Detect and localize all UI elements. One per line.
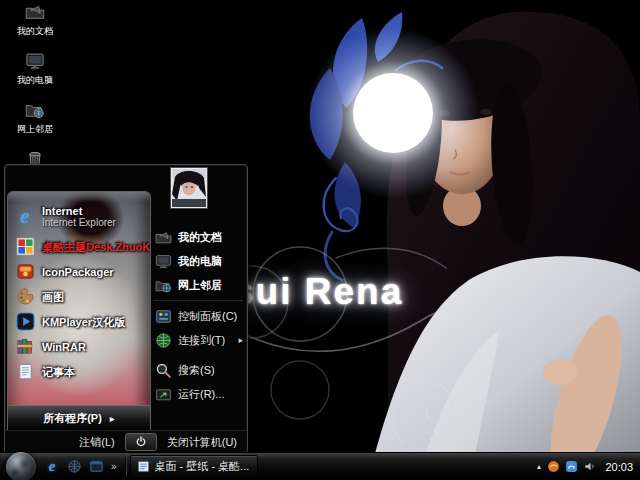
menu-item-notepad[interactable]: 记事本 [8,359,150,384]
wallpaper-title: sui Rena [233,271,403,313]
start-menu: e Internet Internet Explorer 桌酷主题Desk.Zh… [4,164,248,454]
winrar-icon [14,336,36,358]
search-icon [155,362,172,379]
tray-fox-icon[interactable] [547,460,560,473]
connect-to-icon [155,332,172,349]
my-computer-icon [25,51,45,71]
zhuoku-theme-icon [14,236,36,258]
all-programs-arrow-icon: ▸ [110,413,115,424]
system-tray: ▲ 20:03 [536,460,640,473]
log-off-button[interactable]: 注销(L) [79,435,114,450]
menu-item-sublabel: Internet Explorer [42,217,116,228]
start-menu-footer: 注销(L) 关闭计算机(U) [5,430,247,453]
menu-item-label: 我的电脑 [178,254,222,269]
internet-explorer-icon: e [49,459,56,474]
menu-item-zhuoku-theme[interactable]: 桌酷主题Desk.ZhuoKu.Com [8,234,150,259]
menu-item-label: IconPackager [42,266,114,278]
menu-item-my-documents[interactable]: 我的文档 [151,225,245,249]
run-icon [155,386,172,403]
all-programs-label: 所有程序(P) [43,411,102,426]
menu-item-network-places[interactable]: 网上邻居 [151,273,245,297]
submenu-arrow-icon: ▸ [238,335,243,345]
tray-messenger-icon[interactable] [565,460,578,473]
quick-launch-internet-explorer[interactable]: e [43,458,61,476]
my-documents-icon [25,2,45,22]
menu-item-kmplayer[interactable]: KMPlayer汉化版 [8,309,150,334]
menu-item-label: Internet [42,205,116,217]
task-window-icon [137,460,150,473]
menu-separator [153,300,243,301]
my-computer-icon [155,253,172,270]
quick-launch-overflow-chevron[interactable]: » [111,461,117,472]
volume-icon[interactable] [583,460,596,473]
taskbar: e » 桌面 - 壁纸 - 桌酷... ▲ [0,452,640,480]
menu-item-control-panel[interactable]: 控制面板(C) [151,304,245,328]
globe-icon [67,459,82,474]
quick-launch-globe[interactable] [65,458,83,476]
menu-item-winrar[interactable]: WinRAR [8,334,150,359]
power-icon [135,436,147,448]
power-button[interactable] [125,433,157,451]
menu-item-connect-to[interactable]: 连接到(T) ▸ [151,328,245,352]
menu-item-label: 记事本 [42,366,75,378]
desktop-icon-label: 我的电脑 [17,74,53,87]
menu-item-my-computer[interactable]: 我的电脑 [151,249,245,273]
task-button-label: 桌面 - 壁纸 - 桌酷... [155,459,250,474]
tray-expand-chevron-icon[interactable]: ▲ [536,463,543,470]
quick-launch-bar: e » [41,458,121,476]
desktop-icon-network-places[interactable]: 网上邻居 [6,100,64,136]
menu-item-label: 连接到(T) [178,333,225,348]
menu-item-paint[interactable]: 画图 [8,284,150,309]
desktop-icon-my-computer[interactable]: 我的电脑 [6,51,64,87]
menu-item-label: KMPlayer汉化版 [42,316,125,328]
window-icon [89,459,104,474]
start-menu-pinned-panel: e Internet Internet Explorer 桌酷主题Desk.Zh… [7,191,151,430]
paint-icon [14,286,36,308]
all-programs-button[interactable]: 所有程序(P) ▸ [8,405,150,430]
menu-item-run[interactable]: 运行(R)... [151,382,245,406]
network-places-icon [155,277,172,294]
menu-item-label: 搜索(S) [178,363,215,378]
my-documents-icon [155,229,172,246]
taskbar-separator [125,457,126,477]
desktop-icon-label: 网上邻居 [17,123,53,136]
menu-item-label: 画图 [42,291,64,303]
menu-item-label: 运行(R)... [178,387,224,402]
user-avatar [171,168,207,208]
taskbar-clock: 20:03 [605,461,633,473]
task-button-wallpaper-window[interactable]: 桌面 - 壁纸 - 桌酷... [130,455,258,478]
menu-item-label: 网上邻居 [178,278,222,293]
menu-item-iconpackager[interactable]: IconPackager [8,259,150,284]
start-menu-places-panel: 我的文档 我的电脑 网上邻居 控制面板(C) [151,189,245,431]
menu-item-label: 桌酷主题Desk.ZhuoKu.Com [42,241,151,253]
menu-item-label: WinRAR [42,341,86,353]
kmplayer-icon [14,311,36,333]
menu-item-internet-explorer[interactable]: e Internet Internet Explorer [8,198,150,234]
desktop: sui Rena 我的文档 我的电脑 网上邻居 回收站 [0,0,640,480]
network-places-icon [25,100,45,120]
notepad-icon [14,361,36,383]
control-panel-icon [155,308,172,325]
quick-launch-window[interactable] [87,458,105,476]
internet-explorer-icon: e [14,205,36,227]
desktop-icon-my-documents[interactable]: 我的文档 [6,2,64,38]
desktop-icon-label: 我的文档 [17,25,53,38]
shut-down-button[interactable]: 关闭计算机(U) [167,435,237,450]
start-button[interactable] [6,452,36,480]
menu-item-search[interactable]: 搜索(S) [151,358,245,382]
iconpackager-icon [14,261,36,283]
menu-item-label: 控制面板(C) [178,309,237,324]
menu-item-label: 我的文档 [178,230,222,245]
